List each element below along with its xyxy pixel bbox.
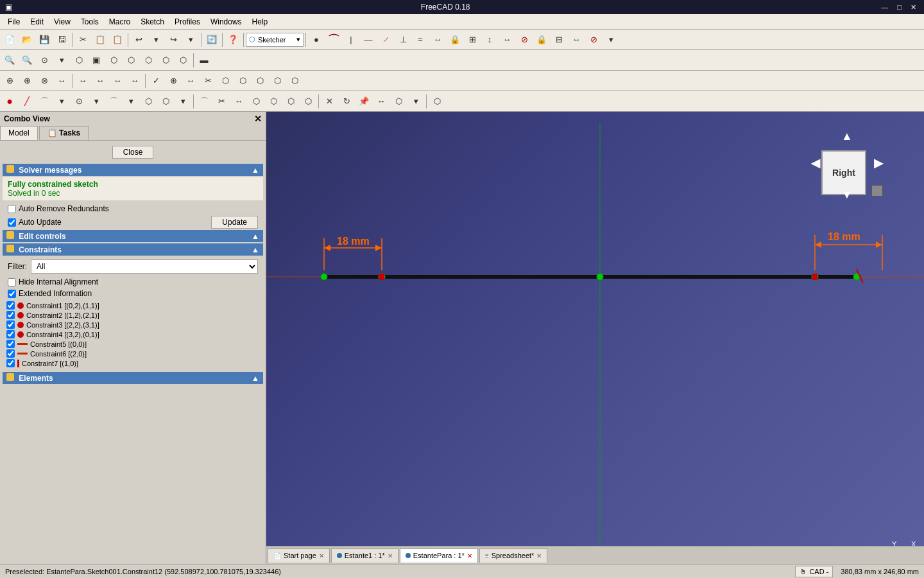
copy-btn[interactable]: 📋 — [92, 31, 108, 48]
constraint-item[interactable]: Constraint3 [(2,2),(3,1)] — [5, 320, 261, 329]
auto-update-checkbox[interactable] — [8, 218, 16, 227]
refresh-btn[interactable]: 🔄 — [203, 31, 220, 48]
external-geo-btn[interactable]: ⬡ — [252, 73, 268, 89]
ext-constraint-btn[interactable]: ⊟ — [551, 31, 567, 48]
fit-all-btn[interactable]: 🔍 — [1, 52, 18, 69]
undo-btn[interactable]: ↩ — [130, 31, 147, 48]
noconstraint-btn[interactable]: 🔒 — [533, 31, 550, 48]
sketch-arc-btn[interactable]: ⌒ — [36, 93, 53, 110]
leave-sketch-btn[interactable]: ⊗ — [36, 73, 53, 89]
line-btn[interactable]: ⌒ — [325, 31, 342, 48]
redo-dropdown[interactable]: ▾ — [182, 31, 199, 48]
constraint-checkbox[interactable] — [6, 330, 15, 338]
sketch-poly-drop[interactable]: ▾ — [175, 93, 191, 110]
sketch-conic-drop[interactable]: ▾ — [123, 93, 139, 110]
sketch-point-btn[interactable]: ● — [1, 93, 18, 110]
menu-item-tools[interactable]: Tools — [76, 16, 104, 28]
radius-btn[interactable]: ⊘ — [585, 31, 602, 48]
filter-select[interactable]: All Normal Reference — [31, 259, 258, 274]
create-bspline-btn[interactable]: ↔ — [126, 73, 143, 89]
trim-btn[interactable]: ✂ — [200, 73, 216, 89]
rear-btn[interactable]: ⬡ — [140, 52, 157, 69]
tab-estante-para[interactable]: EstantePara : 1* ✕ — [400, 548, 478, 563]
sketch-close-btn[interactable]: ✕ — [321, 93, 338, 110]
home-btn[interactable]: ⬡ — [71, 52, 87, 69]
sketch-line-btn[interactable]: ╱ — [19, 93, 35, 110]
menu-item-macro[interactable]: Macro — [104, 16, 135, 28]
perpendicular-btn[interactable]: ⊥ — [395, 31, 411, 48]
cut-btn[interactable]: ✂ — [74, 31, 91, 48]
line2-btn[interactable]: — — [360, 31, 377, 48]
fit-selection-btn[interactable]: 🔍 — [19, 52, 35, 69]
constraints-header[interactable]: Constraints ▲ — [3, 243, 263, 256]
save-btn[interactable]: 💾 — [36, 31, 53, 48]
maximize-button[interactable]: □ — [894, 0, 904, 14]
left-btn[interactable]: ⬡ — [157, 52, 174, 69]
menu-item-edit[interactable]: Edit — [25, 16, 49, 28]
constraint-checkbox[interactable] — [6, 311, 15, 319]
dist-btn[interactable]: ↕ — [481, 31, 498, 48]
model-tab[interactable]: Model — [0, 126, 38, 140]
tab-spreadsheet-close[interactable]: ✕ — [536, 552, 542, 559]
tab-estante1-close[interactable]: ✕ — [388, 552, 393, 559]
new-file-btn[interactable]: 📄 — [1, 31, 18, 48]
sketch-fillet-btn[interactable]: ⌒ — [196, 93, 212, 110]
tab-estante1[interactable]: Estante1 : 1* ✕ — [331, 548, 398, 563]
update-button[interactable]: Update — [211, 216, 258, 229]
solver-section-header[interactable]: Solver messages ▲ — [3, 164, 263, 176]
dim-btn[interactable]: ↔ — [568, 31, 585, 48]
tab-estante-para-close[interactable]: ✕ — [467, 552, 472, 559]
front-btn[interactable]: ▣ — [88, 52, 105, 69]
create-slot-btn[interactable]: ↔ — [109, 73, 126, 89]
constraint-item[interactable]: Constraint2 [(1,2),(2,1)] — [5, 310, 261, 320]
sketch-validate-btn[interactable]: ⬡ — [429, 93, 445, 110]
close-sketch-btn[interactable]: Close — [112, 146, 154, 159]
paste-btn[interactable]: 📋 — [109, 31, 126, 48]
nav-cube[interactable]: ▲ Right ▼ ◀ ▶ — [809, 125, 886, 202]
sketch-carb-btn[interactable]: ⬡ — [282, 93, 299, 110]
create-carbon-btn[interactable]: ↔ — [92, 73, 108, 89]
edit-controls-header[interactable]: Edit controls ▲ — [3, 230, 263, 242]
sketch-attach-btn[interactable]: 📌 — [355, 93, 372, 110]
panel-content[interactable]: Close Solver messages ▲ Fully constraine… — [0, 141, 266, 564]
vdist-btn[interactable]: ⊘ — [516, 31, 533, 48]
tab-start-page[interactable]: 📄 Start page ✕ — [268, 548, 330, 563]
elements-header[interactable]: Elements ▲ — [3, 372, 263, 384]
sketch-trim-btn[interactable]: ✂ — [213, 93, 230, 110]
carbon-copy-btn[interactable]: ⬡ — [269, 73, 286, 89]
constraint-checkbox[interactable] — [6, 320, 15, 329]
construct-btn[interactable]: ⬡ — [286, 73, 303, 89]
sketch-array-drop[interactable]: ▾ — [407, 93, 424, 110]
sketch-array-btn[interactable]: ⬡ — [390, 93, 407, 110]
sketch-construct-btn[interactable]: ⬡ — [300, 93, 316, 110]
redo-btn[interactable]: ↪ — [165, 31, 182, 48]
constraint-item[interactable]: Constraint5 [(0,0)] — [5, 339, 261, 349]
point-btn[interactable]: ● — [308, 31, 325, 48]
draw-style-drop[interactable]: ▾ — [53, 52, 70, 69]
sketch-circle-drop[interactable]: ▾ — [88, 93, 105, 110]
sketch-circle-btn[interactable]: ⊙ — [71, 93, 87, 110]
minimize-button[interactable]: — — [878, 0, 891, 14]
sketch-split-btn[interactable]: ⬡ — [248, 93, 264, 110]
polyline-btn[interactable]: ⟋ — [377, 31, 394, 48]
more-btn[interactable]: ▾ — [603, 31, 619, 48]
view-sketch-btn[interactable]: ↔ — [53, 73, 70, 89]
tab-spreadsheet[interactable]: ≡ Spreadsheet* ✕ — [479, 548, 548, 563]
mirror-btn[interactable]: ↔ — [182, 73, 199, 89]
hdist-btn[interactable]: ↔ — [499, 31, 515, 48]
menu-item-file[interactable]: File — [3, 16, 25, 28]
menu-item-view[interactable]: View — [49, 16, 76, 28]
constraint-item[interactable]: Constraint6 [(2,0)] — [5, 349, 261, 358]
close-button-titlebar[interactable]: ✕ — [908, 0, 919, 14]
attach-sketch-btn[interactable]: ⊕ — [19, 73, 35, 89]
sketch-mirror-btn[interactable]: ↔ — [373, 93, 389, 110]
constraint-checkbox[interactable] — [6, 301, 15, 310]
sketch-extend-btn[interactable]: ↔ — [230, 93, 247, 110]
split-btn[interactable]: ⬡ — [234, 73, 251, 89]
constraint-item[interactable]: Constraint1 [(0,2),(1,1)] — [5, 301, 261, 310]
arc-btn[interactable]: | — [343, 31, 359, 48]
merge-btn[interactable]: ⊕ — [165, 73, 182, 89]
menu-item-profiles[interactable]: Profiles — [169, 16, 205, 28]
constraint-item[interactable]: Constraint7 [(1,0)] — [5, 358, 261, 368]
undo-dropdown[interactable]: ▾ — [148, 31, 164, 48]
